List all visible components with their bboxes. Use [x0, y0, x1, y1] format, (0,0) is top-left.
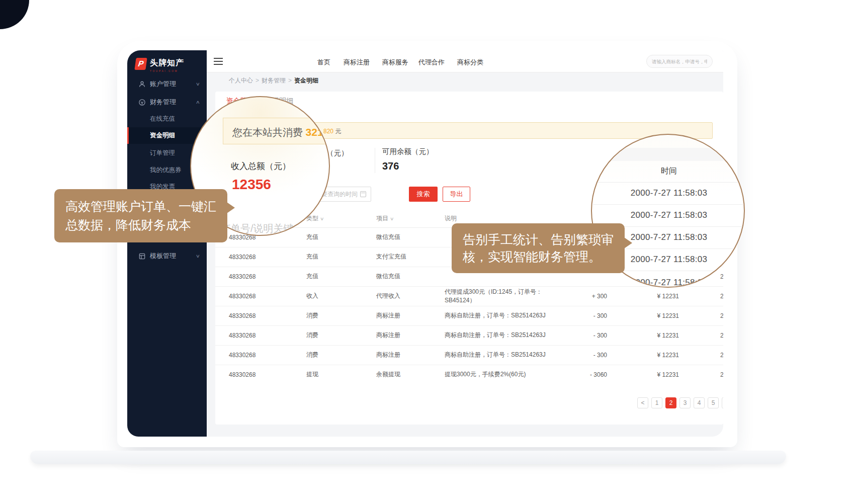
pagination-next-button[interactable]: [722, 397, 723, 408]
finance-icon: [138, 99, 146, 106]
magnified-time-value: 2000-7-27 11:58:03: [592, 210, 745, 220]
user-icon: [138, 80, 146, 88]
breadcrumb-current: 资金明细: [294, 77, 318, 84]
callout-right: 告别手工统计、告别繁琐审核，实现智能财务管理。: [452, 223, 625, 273]
nav-item-home[interactable]: 首页: [317, 58, 330, 67]
sidebar-item-label: 模板管理: [150, 251, 176, 261]
banner-amount: 820 元: [323, 127, 341, 136]
pagination-page-button[interactable]: 1: [651, 397, 662, 408]
nav-item-trademark-category[interactable]: 商标分类: [457, 58, 483, 67]
sidebar-subitem-label: 在线充值: [150, 115, 175, 123]
brand-subtitle: TOUPAI.COM: [150, 69, 184, 72]
laptop-base: [30, 451, 786, 464]
sidebar-item-label: 财务管理: [150, 98, 176, 107]
marketing-canvas: P 头牌知产 TOUPAI.COM 账户管理 ∨ 财务管理 ∧: [0, 0, 853, 504]
table-row[interactable]: 48330268消费商标注册商标自助注册，订单号：SB2514263J- 300…: [215, 325, 723, 345]
caret-down-icon: ∨: [320, 216, 324, 221]
table-row[interactable]: 48330268消费商标注册商标自助注册，订单号：SB2514263J- 300…: [215, 345, 723, 365]
breadcrumb-item[interactable]: 财务管理: [262, 77, 286, 84]
sidebar-item-account[interactable]: 账户管理 ∨: [127, 75, 207, 93]
caret-down-icon: ∨: [390, 216, 394, 221]
sidebar-subitem-label: 我的优惠券: [150, 166, 182, 175]
pagination-page-button[interactable]: 5: [708, 397, 719, 408]
breadcrumb-item[interactable]: 个人中心: [229, 77, 253, 84]
chevron-up-icon: ∧: [196, 100, 200, 105]
table-row[interactable]: 48330268收入代理收入代理提成300元（ID:1245，订单号：SB451…: [215, 286, 723, 306]
breadcrumb: 个人中心>财务管理>资金明细: [229, 76, 318, 85]
callout-text: 告别手工统计、告别繁琐审核，实现智能财务管理。: [463, 232, 614, 264]
brand-logo[interactable]: P 头牌知产 TOUPAI.COM: [135, 58, 184, 72]
trademark-search-input[interactable]: [646, 55, 713, 68]
top-navbar: 首页 商标注册 商标服务 代理合作 商标分类: [207, 50, 723, 72]
search-button[interactable]: 搜索: [409, 187, 438, 202]
nav-item-agent[interactable]: 代理合作: [418, 58, 445, 67]
callout-left: 高效管理账户订单、一键汇总数据，降低财务成本: [54, 189, 227, 242]
row-divider: [592, 204, 745, 205]
stat-available-balance: 可用余额（元） 376: [382, 147, 434, 172]
breadcrumb-separator: >: [255, 77, 259, 84]
magnified-time-value: 2000-7-27 11:58:03: [592, 188, 745, 198]
pagination-page-button-active[interactable]: 2: [665, 397, 676, 408]
row-divider: [592, 182, 745, 183]
col-type-header[interactable]: 类型∨: [306, 210, 376, 227]
breadcrumb-separator: >: [288, 77, 292, 84]
magnified-stat-label: 收入总额（元）: [231, 160, 291, 172]
export-button[interactable]: 导出: [443, 187, 470, 202]
sidebar-subitem-label: 订单管理: [150, 149, 175, 157]
pagination: < 1 2 3 4 5: [637, 397, 723, 408]
sidebar-item-template[interactable]: 模板管理 ∨: [127, 247, 207, 265]
sidebar-subitem-label: 资金明细: [150, 131, 175, 140]
table-row[interactable]: 48330268消费商标注册商标自助注册，订单号：SB2514263J- 300…: [215, 306, 723, 325]
corner-decoration: [0, 0, 29, 29]
pagination-page-button[interactable]: 4: [694, 397, 705, 408]
brand-logo-icon: P: [134, 58, 147, 70]
nav-item-trademark-service[interactable]: 商标服务: [382, 58, 408, 67]
magnified-banner: 您在本站共消费 32124 大: [223, 118, 330, 144]
sidebar-subitem-recharge[interactable]: 在线充值: [127, 111, 207, 127]
magnified-stat-value: 12356: [232, 177, 271, 193]
callout-arrow: [227, 202, 235, 213]
col-item-header[interactable]: 项目∨: [376, 210, 445, 227]
chevron-down-icon: ∨: [196, 254, 200, 259]
brand-name: 头牌知产: [150, 58, 184, 68]
stat-label: （元）: [326, 148, 349, 158]
pagination-page-button[interactable]: 3: [679, 397, 691, 408]
sidebar: P 头牌知产 TOUPAI.COM 账户管理 ∨ 财务管理 ∧: [127, 50, 207, 437]
callout-text: 高效管理账户订单、一键汇总数据，降低财务成本: [65, 199, 216, 232]
stat-divider: [375, 148, 375, 173]
callout-arrow: [624, 237, 632, 248]
nav-item-trademark-register[interactable]: 商标注册: [344, 58, 370, 67]
chevron-down-icon: ∨: [196, 81, 200, 87]
magnified-time-header: 时间: [592, 166, 745, 177]
sidebar-item-finance[interactable]: 财务管理 ∧: [127, 94, 207, 111]
template-icon: [138, 253, 146, 260]
hamburger-menu-icon[interactable]: [214, 58, 223, 65]
sidebar-item-label: 账户管理: [150, 79, 176, 89]
calendar-icon[interactable]: [360, 191, 366, 197]
pagination-prev-button[interactable]: <: [637, 397, 648, 408]
stat-value: 376: [382, 160, 434, 172]
stat-label: 可用余额（元）: [382, 147, 434, 156]
table-row[interactable]: 48330268提现余额提现提现3000元，手续费2%(60元)- 3060¥ …: [215, 365, 723, 384]
